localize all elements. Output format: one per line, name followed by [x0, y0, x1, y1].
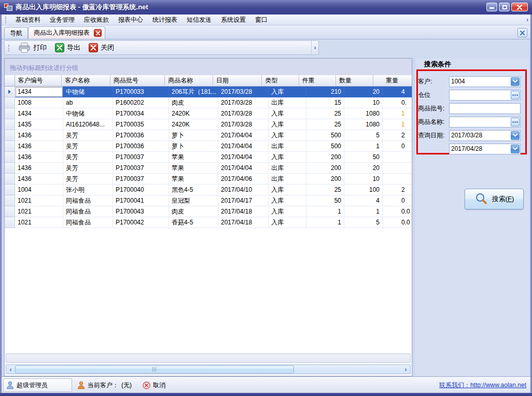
table-row[interactable]: 1436吴芳P1700037苹果2017/04/06出库20010	[5, 174, 412, 185]
scroll-left-icon[interactable]: ‹	[6, 365, 15, 374]
column-header[interactable]: 数量	[336, 75, 373, 87]
column-header[interactable]: 商品批号	[110, 75, 165, 87]
column-header[interactable]: 类型	[262, 75, 299, 87]
scrollbar-thumb[interactable]	[15, 365, 294, 373]
table-cell: 2	[383, 185, 412, 195]
close-button[interactable]	[511, 3, 528, 11]
toolbar-strip: 打印 导出 关闭 ›	[2, 39, 530, 58]
contact-link[interactable]: 联系我们：http://www.aolan.net	[439, 377, 526, 393]
column-header[interactable]: 客户名称	[62, 75, 110, 87]
table-cell: 1080	[344, 119, 383, 130]
table-cell: 2017/03/28	[218, 97, 269, 108]
table-row[interactable]: 1434中物储P1700033206耳片（181...2017/03/28入库2…	[5, 87, 412, 97]
menu-item[interactable]: 应收账款	[79, 15, 114, 25]
table-row[interactable]: 1004张小明P1700040黑色4-52017/04/10入库251002	[5, 185, 412, 195]
batch-no-input[interactable]	[449, 103, 521, 114]
table-cell: 1434	[15, 108, 63, 119]
search-field-row: 商品名称:	[418, 116, 521, 128]
menu-item[interactable]: 统计报表	[148, 15, 182, 25]
customer-input[interactable]	[449, 76, 521, 87]
menu-item[interactable]: 窗口	[250, 15, 272, 25]
grid-header-indicator	[5, 75, 15, 87]
toolbar-overflow-icon[interactable]: ›	[311, 41, 318, 54]
table-cell: 0	[383, 141, 412, 152]
column-header[interactable]: 客户编号	[15, 75, 62, 87]
search-button[interactable]: 搜索(F)	[465, 189, 524, 209]
cancel-customer-button[interactable]: 取消	[143, 377, 165, 393]
toolbar: 打印 导出 关闭 ›	[4, 40, 319, 55]
table-cell: 10	[344, 174, 383, 185]
column-header[interactable]: 重量	[373, 75, 412, 87]
horizontal-scrollbar[interactable]: ‹ ›	[6, 364, 411, 374]
date-to-control	[449, 144, 521, 154]
warehouse-ellipsis-button[interactable]	[511, 91, 520, 100]
table-cell: 200	[306, 174, 344, 185]
menu-bar-items: 基础资料业务管理应收账款报表中心统计报表短信发送系统设置窗口	[11, 15, 272, 25]
status-bar: 超级管理员 当前客户： (无) 取消 联系我们：http://www.aolan…	[2, 376, 530, 393]
product-name-input[interactable]	[449, 117, 521, 128]
table-cell: 2017/04/18	[218, 217, 269, 228]
table-row[interactable]: 1436吴芳P1700036萝卜2017/04/04出库50010	[5, 141, 412, 152]
search-field-row: 客户:	[418, 76, 521, 87]
table-cell: P1700036	[113, 141, 169, 152]
excel-export-icon	[55, 43, 64, 52]
menu-item[interactable]: 短信发送	[182, 15, 216, 25]
print-button[interactable]: 打印	[14, 41, 51, 54]
current-customer-item: 当前客户： (无)	[77, 377, 132, 393]
product-name-ellipsis-button[interactable]	[511, 118, 520, 126]
scroll-right-icon[interactable]: ›	[401, 365, 410, 374]
table-row[interactable]: 1021同福食品P1700042香菇4-52017/04/18入库150.0	[5, 217, 412, 228]
date-from-label: 查询日期:	[418, 131, 449, 140]
magnifier-icon	[474, 192, 488, 206]
customer-dropdown-button[interactable]	[511, 77, 520, 86]
menu-item[interactable]: 系统设置	[216, 15, 250, 25]
table-row[interactable]: 1434中物储P17000342420K2017/03/28入库2510801	[5, 108, 412, 119]
table-cell: 萝卜	[169, 141, 218, 152]
table-cell: 2017/04/10	[218, 185, 269, 195]
maximize-button[interactable]	[499, 3, 510, 11]
date-to-input[interactable]	[449, 144, 521, 154]
table-cell: AI16120648...	[63, 119, 113, 130]
column-header[interactable]: 件重	[299, 75, 336, 87]
grid-header-row: 客户编号客户名称商品批号商品名称日期类型件重数量重量	[5, 75, 412, 87]
table-row[interactable]: 1436吴芳P1700037苹果2017/04/04入库20050	[5, 152, 412, 163]
close-icon	[517, 5, 522, 10]
close-tab-panel-button[interactable]	[517, 28, 527, 37]
table-cell: 入库	[269, 130, 306, 141]
menu-item[interactable]: 报表中心	[114, 15, 148, 25]
table-row[interactable]: 1021同福食品P1700043肉皮2017/04/18入库110.0	[5, 206, 412, 217]
table-cell: 黑色4-5	[169, 185, 218, 195]
table-cell: 2017/03/28	[218, 119, 269, 130]
tab-navigation[interactable]: 导航	[4, 27, 28, 39]
tab-close-button[interactable]	[94, 29, 102, 37]
table-cell: 1436	[15, 130, 63, 141]
export-button[interactable]: 导出	[51, 42, 85, 53]
table-row[interactable]: 1021同福食品P1700041皇冠梨2017/04/17入库5040	[5, 195, 412, 206]
table-row[interactable]: 1435AI16120648...P17000352420K2017/03/28…	[5, 119, 412, 130]
row-indicator	[5, 130, 15, 141]
minimize-button[interactable]	[486, 3, 497, 11]
row-indicator	[5, 217, 15, 228]
warehouse-input[interactable]	[449, 90, 521, 101]
date-from-input[interactable]	[449, 130, 521, 141]
menu-item[interactable]: 业务管理	[45, 15, 79, 25]
date-to-dropdown-button[interactable]	[511, 145, 520, 153]
close-report-button[interactable]: 关闭	[85, 42, 118, 53]
group-by-bar[interactable]: 拖动列标题到这进行分组	[5, 59, 412, 75]
table-row[interactable]: 1436吴芳P1700036萝卜2017/04/04入库50052	[5, 130, 412, 141]
table-cell: 1008	[15, 97, 63, 108]
column-header[interactable]: 日期	[213, 75, 262, 87]
export-button-label: 导出	[67, 43, 80, 52]
table-cell: 出库	[269, 97, 306, 108]
tab-report[interactable]: 商品出入库明细报表	[28, 26, 105, 39]
column-header[interactable]: 商品名称	[165, 75, 213, 87]
row-indicator	[5, 174, 15, 185]
menu-item[interactable]: 基础资料	[11, 15, 45, 25]
tab-report-label: 商品出入库明细报表	[34, 29, 90, 37]
table-row[interactable]: 1436吴芳P1700037苹果2017/04/04出库20020	[5, 163, 412, 174]
customer-label: 客户:	[418, 77, 449, 86]
table-cell: 吴芳	[63, 174, 113, 185]
table-row[interactable]: 1008abP1600202肉皮2017/03/28出库15100.	[5, 97, 412, 108]
date-from-dropdown-button[interactable]	[511, 131, 520, 140]
menu-overflow-icon[interactable]: ›	[526, 16, 528, 23]
